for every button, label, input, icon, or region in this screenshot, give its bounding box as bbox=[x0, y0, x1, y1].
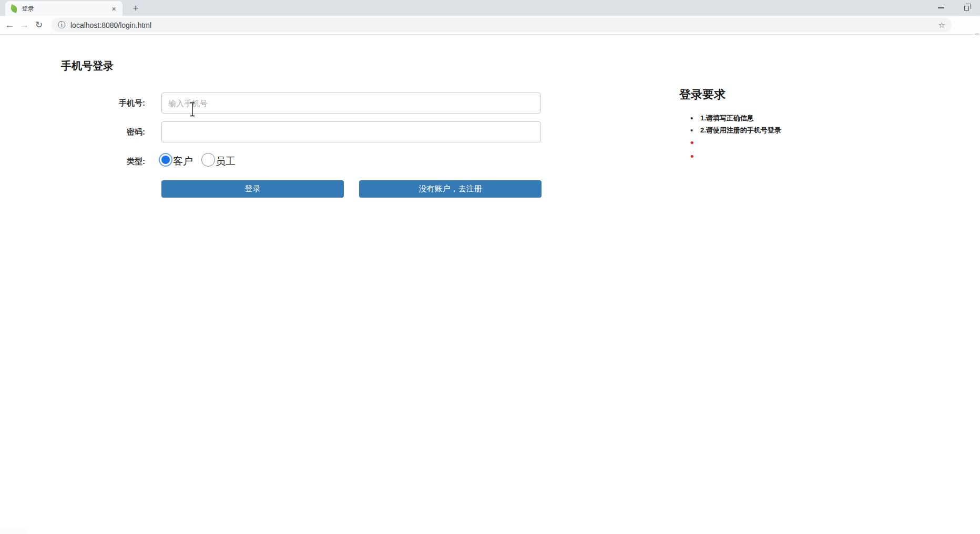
page-info-icon[interactable]: ⓘ bbox=[58, 20, 65, 30]
register-button[interactable]: 没有账户，去注册 bbox=[359, 180, 542, 198]
type-radio-group: 客户 员工 bbox=[159, 152, 237, 168]
new-tab-button[interactable]: + bbox=[129, 2, 142, 15]
reload-button[interactable]: ↻ bbox=[32, 16, 46, 34]
list-item-empty: • bbox=[690, 136, 781, 150]
red-bullet-icon: • bbox=[690, 137, 700, 149]
list-item-empty: • bbox=[690, 150, 781, 163]
address-bar[interactable]: ⓘ localhost:8080/login.html ☆ bbox=[52, 18, 952, 32]
tab-strip: 登录 × + bbox=[0, 0, 980, 16]
browser-toolbar: ← → ↻ ⓘ localhost:8080/login.html ☆ bbox=[0, 16, 980, 34]
requirements-list: • 1.请填写正确信息 • 2.请使用注册的手机号登录 • • bbox=[690, 112, 781, 163]
window-minimize-button[interactable] bbox=[931, 0, 952, 16]
restore-icon bbox=[964, 6, 969, 11]
password-label: 密码: bbox=[63, 127, 145, 137]
spring-leaf-icon bbox=[9, 4, 18, 13]
list-item: • 1.请填写正确信息 bbox=[690, 112, 781, 124]
radio-customer-label[interactable]: 客户 bbox=[173, 155, 193, 168]
tab-title: 登录 bbox=[22, 4, 109, 13]
tab-close-icon[interactable]: × bbox=[109, 4, 118, 14]
url-text[interactable]: localhost:8080/login.html bbox=[70, 21, 938, 29]
red-bullet-icon: • bbox=[690, 151, 700, 162]
status-bubble bbox=[0, 527, 26, 534]
phone-label: 手机号: bbox=[63, 98, 145, 108]
bookmark-star-icon[interactable]: ☆ bbox=[938, 20, 945, 30]
login-button[interactable]: 登录 bbox=[161, 180, 344, 198]
password-input[interactable] bbox=[161, 121, 541, 142]
type-label: 类型: bbox=[63, 157, 145, 167]
back-button[interactable]: ← bbox=[2, 16, 17, 34]
radio-employee-label[interactable]: 员工 bbox=[216, 155, 236, 168]
phone-input[interactable] bbox=[161, 93, 541, 114]
radio-customer-selected[interactable] bbox=[159, 153, 172, 167]
list-item: • 2.请使用注册的手机号登录 bbox=[690, 124, 781, 136]
bullet-icon: • bbox=[690, 126, 700, 135]
login-page: 手机号登录 手机号: 密码: 类型: 客户 员工 登录 没有账户，去注册 登录要… bbox=[0, 35, 980, 534]
bullet-icon: • bbox=[690, 114, 700, 122]
forward-button[interactable]: → bbox=[17, 16, 32, 34]
page-title: 手机号登录 bbox=[61, 59, 114, 73]
radio-employee-unselected[interactable] bbox=[201, 153, 215, 167]
minimize-icon bbox=[938, 7, 944, 8]
window-restore-button[interactable] bbox=[956, 0, 977, 16]
browser-tab[interactable]: 登录 × bbox=[5, 1, 122, 16]
requirements-heading: 登录要求 bbox=[679, 87, 726, 102]
text-cursor-pointer bbox=[189, 102, 196, 117]
